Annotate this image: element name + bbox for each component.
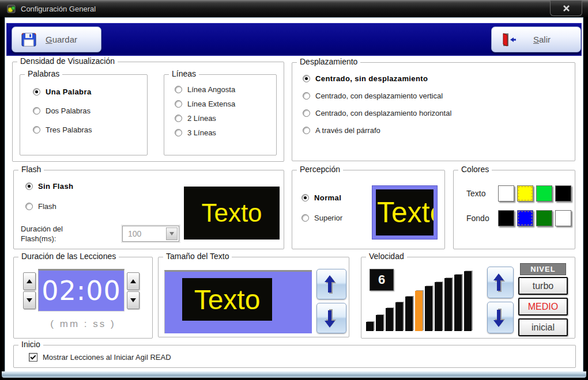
radio-tres-palabras[interactable]: Tres Palabras [33, 126, 92, 134]
flash-duration-dropdown[interactable]: 100 [122, 226, 179, 242]
group-desplazamiento-title: Desplazamiento [297, 57, 360, 66]
speed-bar-7 [425, 286, 432, 331]
radio-label: Dos Palabras [46, 107, 91, 115]
show-lessons-checkbox-row[interactable]: Mostrar Lecciones al Iniciar Agil READ [29, 352, 171, 362]
group-lineas: Líneas Línea Angosta Línea Extensa 2 Lín… [164, 74, 277, 155]
text-color-swatch-green[interactable] [536, 185, 552, 202]
group-flash: Flash Sin Flash Flash Duración del Flash… [13, 170, 284, 249]
radio-icon [303, 109, 310, 117]
radio-desplazamiento-horizontal[interactable]: Centrado, con desplazamiento horizontal [303, 109, 451, 117]
radio-linea-angosta[interactable]: Línea Angosta [175, 85, 235, 94]
background-color-label: Fondo [466, 214, 498, 223]
group-percepcion-title: Percepción [297, 165, 343, 174]
minutes-up-button[interactable] [23, 272, 36, 290]
arrow-up-icon [493, 272, 508, 294]
radio-flash[interactable]: Flash [25, 202, 73, 211]
radio-una-palabra[interactable]: Una Palabra [33, 88, 92, 96]
text-color-swatch-yellow[interactable] [517, 185, 533, 202]
minutes-down-button[interactable] [23, 291, 36, 309]
group-palabras-title: Palabras [25, 69, 62, 78]
radio-label: Sin Flash [38, 182, 73, 191]
radio-label: A través del párrafo [315, 126, 380, 135]
lesson-duration-display: 02:00 [38, 269, 125, 311]
group-duracion-lecciones: Duración de las Lecciones 02:00 ( mm : s… [13, 257, 153, 339]
flash-text-preview: Texto [184, 187, 280, 240]
speed-bar-6 [415, 291, 423, 331]
speed-increase-button[interactable] [487, 267, 514, 298]
radio-dos-palabras[interactable]: Dos Palabras [33, 107, 92, 115]
speed-decrease-button[interactable] [487, 302, 514, 333]
close-button[interactable] [550, 1, 582, 16]
arrow-down-icon [27, 298, 32, 302]
group-palabras: Palabras Una Palabra Dos Palabras Tres P… [20, 74, 148, 155]
radio-icon [301, 214, 309, 222]
perception-text-preview: Texto [376, 189, 434, 235]
speed-bar-1 [366, 322, 374, 331]
radio-icon [33, 126, 40, 134]
level-header: NIVEL [520, 263, 566, 275]
group-colores: Colores Texto Fondo [453, 170, 575, 249]
save-button-label: Guardar [46, 35, 77, 44]
group-duracion-title: Duración de las Lecciones [18, 252, 119, 261]
preview-text: Texto [377, 196, 434, 229]
seconds-up-button[interactable] [127, 272, 140, 290]
radio-label: Línea Extensa [187, 100, 235, 108]
speed-bar-3 [386, 308, 393, 331]
radio-label: Superior [314, 214, 342, 222]
speed-bar-8 [435, 282, 442, 331]
radio-linea-extensa[interactable]: Línea Extensa [175, 100, 235, 108]
group-percepcion: Percepción Normal Superior Texto [292, 170, 445, 249]
level-turbo-button[interactable]: turbo [518, 277, 568, 295]
exit-button-label: Salir [533, 35, 551, 44]
radio-icon [175, 129, 182, 136]
radio-icon [25, 203, 33, 210]
radio-desplazamiento-vertical[interactable]: Centrado, con desplazamiento vertical [303, 92, 451, 100]
radio-2-lineas[interactable]: 2 Líneas [175, 114, 235, 123]
arrow-down-icon [130, 298, 136, 302]
radio-label: Una Palabra [46, 88, 92, 96]
speed-bar-2 [376, 315, 383, 331]
background-color-swatch-white[interactable] [555, 210, 571, 226]
background-color-swatch-black[interactable] [498, 210, 514, 226]
level-inicial-button[interactable]: inicial [518, 318, 568, 336]
radio-centrado-sin-desplazamiento[interactable]: Centrado, sin desplazamiento [303, 74, 451, 83]
exit-button[interactable]: Salir [491, 26, 581, 52]
group-inicio-title: Inicio [18, 340, 43, 349]
background-color-swatch-darkgreen[interactable] [536, 210, 552, 226]
close-icon [563, 5, 570, 12]
arrow-up-icon [130, 279, 136, 283]
group-velocidad: Velocidad 6 NIVEL turbo MEDIO inicial [361, 257, 575, 339]
title-bar[interactable]: Configuración General [0, 0, 588, 17]
chevron-down-icon [169, 232, 174, 235]
text-size-decrease-button[interactable] [316, 303, 346, 333]
text-size-preview-panel: Texto [164, 270, 312, 333]
radio-normal[interactable]: Normal [301, 193, 342, 202]
speed-bar-11 [464, 271, 472, 331]
radio-sin-flash[interactable]: Sin Flash [25, 182, 73, 191]
radio-icon [33, 107, 40, 115]
radio-icon [303, 92, 310, 100]
radio-label: Tres Palabras [46, 126, 92, 134]
radio-label: Flash [38, 202, 56, 211]
radio-label: Normal [314, 193, 341, 202]
seconds-down-button[interactable] [127, 291, 140, 309]
text-color-swatch-black[interactable] [555, 185, 571, 202]
radio-3-lineas[interactable]: 3 Líneas [175, 128, 235, 137]
configuration-window: Configuración General Guardar [0, 0, 588, 380]
toolbar: Guardar Salir [6, 23, 582, 56]
radio-label: Centrado, sin desplazamiento [315, 74, 428, 83]
group-densidad-title: Densidad de Visualización [17, 56, 118, 66]
dropdown-arrow-button[interactable] [166, 227, 178, 240]
radio-a-traves-del-parrafo[interactable]: A través del párrafo [303, 126, 451, 135]
save-button[interactable]: Guardar [12, 26, 101, 52]
group-flash-title: Flash [18, 165, 44, 174]
background-color-swatch-blue[interactable] [517, 210, 533, 226]
checkbox-checked-icon[interactable] [29, 353, 37, 362]
radio-icon [175, 100, 182, 108]
level-medio-button[interactable]: MEDIO [518, 298, 568, 316]
radio-superior[interactable]: Superior [301, 214, 342, 222]
radio-label: 2 Líneas [187, 114, 216, 123]
text-color-swatch-white[interactable] [498, 185, 514, 202]
group-desplazamiento: Desplazamiento Centrado, sin desplazamie… [292, 62, 575, 161]
text-size-increase-button[interactable] [316, 269, 346, 299]
